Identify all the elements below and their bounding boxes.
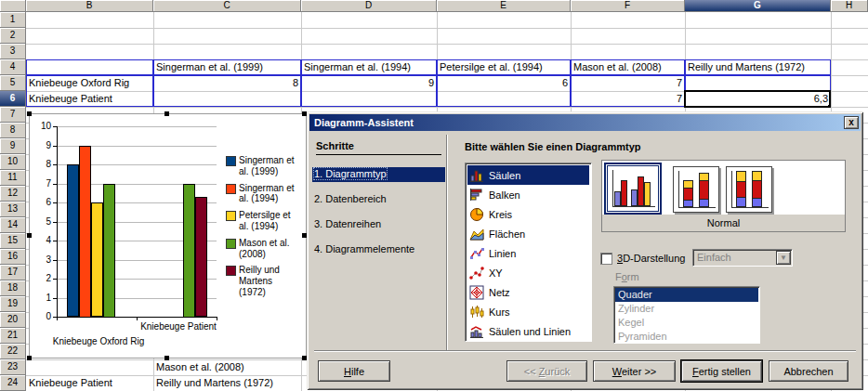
row-header-1[interactable]: 1 <box>0 12 26 28</box>
row-header-3[interactable]: 3 <box>0 44 26 59</box>
stacked-bars-icon <box>683 180 693 207</box>
kreis-chart-icon <box>469 207 484 222</box>
column-header-F[interactable]: F <box>571 0 685 12</box>
bar-reilly-und-martens-1972--2 <box>195 197 207 317</box>
stacked-bars-icon <box>699 173 709 207</box>
row-header-12[interactable]: 12 <box>0 186 26 202</box>
help-button[interactable]: Hilfe <box>318 360 390 382</box>
row-header-21[interactable]: 21 <box>0 328 26 344</box>
wizard-step-1-diagrammtyp[interactable]: 1. Diagrammtyp <box>312 167 445 182</box>
row-header-5[interactable]: 5 <box>0 75 26 91</box>
finish-button[interactable]: Fertig stellen <box>681 360 762 382</box>
cell-C23[interactable]: Mason et al. (2008) <box>153 359 301 375</box>
chart-type-item-kreis[interactable]: Kreis <box>467 204 589 224</box>
chart-type-item-linien[interactable]: Linien <box>467 243 589 263</box>
chart-type-item-s-ulen[interactable]: Säulen <box>467 165 589 185</box>
y-axis <box>57 126 58 318</box>
row-header-15[interactable]: 15 <box>0 233 26 249</box>
row-header-20[interactable]: 20 <box>0 312 26 328</box>
3d-scheme-dropdown[interactable]: Einfach ▼ <box>692 249 793 267</box>
subtype-thumbnail-stacked[interactable] <box>673 166 719 213</box>
resize-handle[interactable] <box>164 111 169 116</box>
y-axis-tick-label: 4 <box>31 235 51 245</box>
bar-petersilge-et-al-1994--1 <box>91 202 103 317</box>
row-header-9[interactable]: 9 <box>0 138 26 154</box>
resize-handle[interactable] <box>27 233 32 238</box>
close-icon: x <box>848 117 854 127</box>
row-header-8[interactable]: 8 <box>0 123 26 138</box>
chart-type-label: Säulen und Linien <box>489 326 571 337</box>
netz-chart-icon <box>469 285 484 300</box>
resize-handle[interactable] <box>164 356 169 360</box>
chart-type-item-netz[interactable]: Netz <box>467 282 589 302</box>
3d-checkbox[interactable] <box>600 253 612 265</box>
row-header-2[interactable]: 2 <box>0 28 26 44</box>
row-header-11[interactable]: 11 <box>0 170 26 186</box>
panel-divider <box>446 135 448 351</box>
cell-C24[interactable]: Reilly und Martens (1972) <box>153 375 301 391</box>
resize-handle[interactable] <box>27 356 32 360</box>
row-header-24[interactable]: 24 <box>0 375 26 391</box>
chart-type-label: Säulen <box>489 170 520 181</box>
y-axis-tick-label: 7 <box>31 178 51 189</box>
steps-list: 1. Diagrammtyp2. Datenbereich3. Datenrei… <box>312 167 445 267</box>
chevron-down-icon: ▼ <box>776 251 791 265</box>
chart-data-range-highlight <box>26 59 153 75</box>
column-header-D[interactable]: D <box>301 0 437 12</box>
row-header-17[interactable]: 17 <box>0 265 26 280</box>
column-header-E[interactable]: E <box>437 0 571 12</box>
fl-chen-chart-icon <box>469 227 484 241</box>
legend-entry: Singerman et al. (1994) <box>226 183 296 205</box>
form-option-pyramiden[interactable]: Pyramiden <box>615 330 758 344</box>
select-all-corner[interactable] <box>0 0 26 12</box>
row-header-16[interactable]: 16 <box>0 249 26 265</box>
chart-type-item-kurs[interactable]: Kurs <box>467 302 589 321</box>
row-header-10[interactable]: 10 <box>0 154 26 170</box>
column-header-H[interactable]: H <box>831 0 868 12</box>
chart-data-range-highlight <box>301 59 437 75</box>
wizard-step-2-datenbereich[interactable]: 2. Datenbereich <box>312 192 445 207</box>
bar-mason-et-al-2008--1 <box>103 184 115 318</box>
column-header-C[interactable]: C <box>153 0 301 12</box>
chart-type-item-fl-chen[interactable]: Flächen <box>467 224 589 243</box>
cell-B24[interactable]: Kniebeuge Patient <box>26 375 153 391</box>
row-header-13[interactable]: 13 <box>0 202 26 217</box>
cancel-button[interactable]: Abbrechen <box>769 360 848 382</box>
row-header-6[interactable]: 6 <box>0 91 26 107</box>
chart-type-item-balken[interactable]: Balken <box>467 185 589 204</box>
form-option-zylinder[interactable]: Zylinder <box>615 302 758 316</box>
chart-legend: Singerman et al. (1999)Singerman et al. … <box>226 155 296 298</box>
chart-data-range-highlight <box>437 59 571 75</box>
subtype-thumbnail-normal-selected[interactable] <box>604 163 662 215</box>
form-listbox: QuaderZylinderKegelPyramiden <box>613 286 760 344</box>
back-button[interactable]: << Zurück <box>506 360 587 382</box>
form-option-kegel[interactable]: Kegel <box>615 316 758 330</box>
dialog-titlebar[interactable]: Diagramm-Assistent x <box>309 114 861 131</box>
row-header-4[interactable]: 4 <box>0 59 26 75</box>
close-button[interactable]: x <box>844 116 859 129</box>
column-header-B[interactable]: B <box>26 0 153 12</box>
resize-handle[interactable] <box>27 111 32 116</box>
row-header-14[interactable]: 14 <box>0 217 26 233</box>
row-header-7[interactable]: 7 <box>0 107 26 123</box>
chart-type-label: Flächen <box>489 228 525 240</box>
legend-label: Petersilge et al. (1994) <box>239 210 296 232</box>
button-separator <box>314 350 856 352</box>
chart-type-item-xy[interactable]: XY <box>467 263 589 282</box>
row-header-22[interactable]: 22 <box>0 344 26 359</box>
wizard-step-label: 1. Diagrammtyp <box>314 168 387 179</box>
3d-checkbox-label[interactable]: 3D-Darstellung <box>617 253 685 264</box>
next-button[interactable]: Weiter >> <box>593 360 676 382</box>
column-header-G[interactable]: G <box>685 0 831 12</box>
row-header-18[interactable]: 18 <box>0 280 26 296</box>
wizard-step-4-diagrammelemente[interactable]: 4. Diagrammelemente <box>312 242 445 257</box>
row-header-19[interactable]: 19 <box>0 296 26 312</box>
row-header-23[interactable]: 23 <box>0 359 26 375</box>
wizard-step-3-datenreihen[interactable]: 3. Datenreihen <box>312 217 445 232</box>
grouped-bars-icon <box>607 165 659 212</box>
form-option-quader[interactable]: Quader <box>615 288 758 302</box>
calc-application: BCDEFGH123456789101112131415161718192021… <box>0 0 868 391</box>
subtype-thumbnail-percent-stacked[interactable] <box>726 166 772 213</box>
chart-type-item-s-ulen-und-linien[interactable]: Säulen und Linien <box>467 321 589 341</box>
embedded-chart-object[interactable]: 012345678910Kniebeuge PatientKniebeuge O… <box>29 113 307 358</box>
